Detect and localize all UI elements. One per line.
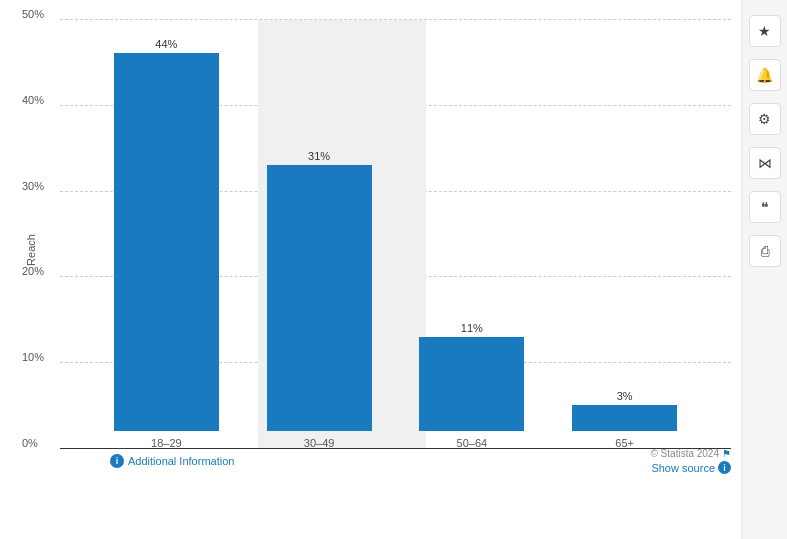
bar-group: 3%65+: [555, 20, 695, 449]
share-icon[interactable]: ⋈: [749, 147, 781, 179]
star-icon[interactable]: ★: [749, 15, 781, 47]
chart-inner: 50%40%30%20%10%0% 44%18–2931%30–4911%50–…: [60, 20, 731, 479]
bar-value-label: 31%: [308, 150, 330, 162]
bar-group: 31%30–49: [249, 20, 389, 449]
additional-info-button[interactable]: i Additional Information: [110, 454, 234, 468]
grid-label: 10%: [22, 351, 44, 363]
bar-value-label: 3%: [617, 390, 633, 402]
bar-rect: [267, 165, 372, 431]
chart-footer: i Additional Information © Statista 2024…: [110, 443, 731, 479]
bar-rect: [419, 337, 524, 431]
grid-label: 30%: [22, 180, 44, 192]
y-axis-label: Reach: [25, 234, 37, 266]
show-source-button[interactable]: Show source i: [651, 461, 731, 474]
bar-group: 44%18–29: [96, 20, 236, 449]
footer-right: © Statista 2024 ⚑ Show source i: [650, 448, 731, 474]
bar-value-label: 11%: [461, 322, 483, 334]
grid-label: 20%: [22, 265, 44, 277]
bar-group: 11%50–64: [402, 20, 542, 449]
grid-label: 0%: [22, 437, 38, 449]
print-icon[interactable]: ⎙: [749, 235, 781, 267]
chart-wrapper: Reach 50%40%30%20%10%0% 44%18–2931%30–49…: [60, 20, 731, 479]
statista-credit-text: © Statista 2024: [650, 448, 719, 459]
bars-container: 44%18–2931%30–4911%50–643%65+: [60, 20, 731, 449]
info-icon: i: [110, 454, 124, 468]
main-container: Reach 50%40%30%20%10%0% 44%18–2931%30–49…: [0, 0, 787, 539]
sidebar: ★🔔⚙⋈❝⎙: [741, 0, 787, 539]
bell-icon[interactable]: 🔔: [749, 59, 781, 91]
grid-label: 50%: [22, 8, 44, 20]
chart-area: Reach 50%40%30%20%10%0% 44%18–2931%30–49…: [0, 0, 741, 539]
grid-label: 40%: [22, 94, 44, 106]
statista-credit: © Statista 2024 ⚑: [650, 448, 731, 459]
show-source-icon: i: [718, 461, 731, 474]
additional-info-label: Additional Information: [128, 455, 234, 467]
statista-flag-icon: ⚑: [722, 448, 731, 459]
bar-value-label: 44%: [155, 38, 177, 50]
bar-rect: [114, 53, 219, 431]
bar-rect: [572, 405, 677, 431]
quote-icon[interactable]: ❝: [749, 191, 781, 223]
show-source-label: Show source: [651, 462, 715, 474]
gear-icon[interactable]: ⚙: [749, 103, 781, 135]
